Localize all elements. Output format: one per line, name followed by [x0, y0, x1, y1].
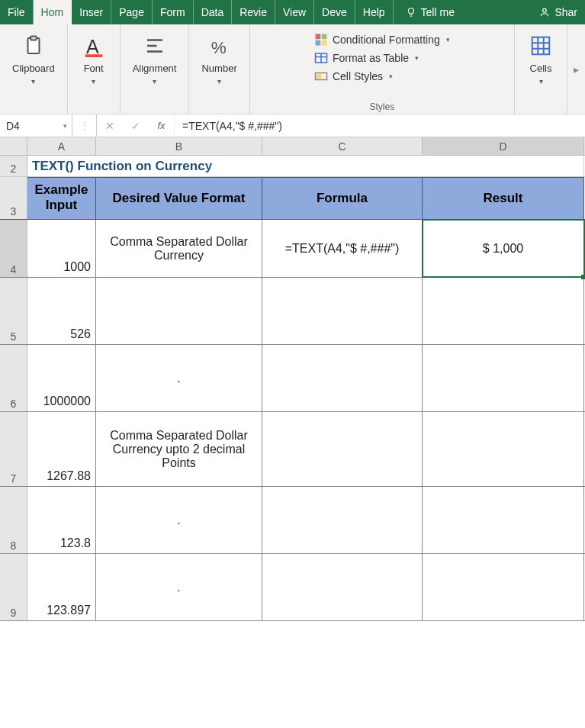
- cell-d8[interactable]: [423, 487, 584, 553]
- cell-c8[interactable]: [262, 487, 423, 553]
- cell-b9[interactable]: .: [96, 554, 262, 620]
- row-7: 7 1267.88 Comma Separated Dollar Currenc…: [0, 412, 585, 487]
- column-header-a[interactable]: A: [27, 137, 96, 155]
- tell-me-label: Tell me: [421, 6, 455, 18]
- tab-page-layout[interactable]: Page: [111, 0, 153, 24]
- tab-file[interactable]: File: [0, 0, 34, 24]
- group-alignment: Alignment ▾: [121, 24, 190, 114]
- tab-data[interactable]: Data: [194, 0, 233, 24]
- chevron-down-icon: ▾: [446, 36, 450, 43]
- row-header-8[interactable]: 8: [0, 487, 27, 553]
- column-header-c[interactable]: C: [262, 137, 423, 155]
- cell-a8[interactable]: 123.8: [27, 487, 96, 553]
- cell-a5[interactable]: 526: [27, 278, 96, 344]
- cell-d6[interactable]: [423, 345, 584, 411]
- cell-a9[interactable]: 123.897: [27, 554, 96, 620]
- row-header-9[interactable]: 9: [0, 554, 27, 620]
- svg-text:%: %: [211, 38, 226, 57]
- cell-styles-button[interactable]: Cell Styles ▾: [314, 67, 450, 85]
- tell-me-search[interactable]: Tell me: [394, 0, 462, 24]
- conditional-formatting-icon: [314, 33, 328, 47]
- tab-formulas[interactable]: Form: [153, 0, 194, 24]
- row-header-5[interactable]: 5: [0, 278, 27, 344]
- formula-bar: D4 ⋮ ✕ ✓ fx =TEXT(A4,"$ #,###"): [0, 114, 585, 137]
- row-6: 6 1000000 .: [0, 345, 585, 412]
- ribbon-scroll-right[interactable]: ▸: [567, 24, 585, 114]
- lightbulb-icon: [406, 7, 416, 18]
- cell-header-b[interactable]: Desired Value Format: [96, 177, 262, 219]
- row-4: 4 1000 Comma Separated Dollar Currency =…: [0, 220, 585, 278]
- cell-b8[interactable]: .: [96, 487, 262, 553]
- chevron-down-icon: ▾: [153, 77, 156, 85]
- row-header-6[interactable]: 6: [0, 345, 27, 411]
- cells-icon: [527, 32, 554, 60]
- group-clipboard: Clipboard ▾: [0, 24, 68, 114]
- cell-c4[interactable]: =TEXT(A4,"$ #,###"): [262, 220, 423, 277]
- alignment-button[interactable]: Alignment ▾: [128, 29, 182, 89]
- name-box[interactable]: D4: [0, 114, 72, 137]
- chevron-down-icon: ▾: [389, 72, 393, 80]
- cell-c6[interactable]: [262, 345, 423, 411]
- cell-d4[interactable]: $ 1,000: [423, 220, 584, 277]
- chevron-down-icon: ▾: [92, 77, 95, 85]
- group-styles: Conditional Formatting ▾ Format as Table…: [250, 24, 515, 114]
- row-8: 8 123.8 .: [0, 487, 585, 554]
- cell-a6[interactable]: 1000000: [27, 345, 96, 411]
- tab-developer[interactable]: Deve: [314, 0, 355, 24]
- cancel-formula-button[interactable]: ✕: [97, 114, 123, 137]
- cell-c5[interactable]: [262, 278, 423, 344]
- number-button[interactable]: % Number ▾: [197, 29, 241, 89]
- cell-title[interactable]: TEXT() Function on Currency: [27, 156, 584, 176]
- conditional-formatting-button[interactable]: Conditional Formatting ▾: [314, 31, 450, 49]
- cell-c9[interactable]: [262, 554, 423, 620]
- row-header-7[interactable]: 7: [0, 412, 27, 486]
- svg-rect-11: [322, 34, 327, 40]
- tab-help[interactable]: Help: [355, 0, 394, 24]
- cell-d5[interactable]: [423, 278, 584, 344]
- group-font: A Font ▾: [68, 24, 121, 114]
- group-cells: Cells ▾: [515, 24, 567, 114]
- font-button[interactable]: A Font ▾: [76, 29, 112, 89]
- cells-button[interactable]: Cells ▾: [522, 29, 559, 89]
- tab-view[interactable]: View: [275, 0, 314, 24]
- svg-rect-13: [322, 40, 327, 46]
- insert-function-button[interactable]: fx: [149, 114, 175, 137]
- cell-a4[interactable]: 1000: [27, 220, 96, 277]
- cell-b5[interactable]: [96, 278, 262, 344]
- svg-point-1: [543, 8, 547, 12]
- styles-group-label: Styles: [370, 101, 395, 112]
- select-all-corner[interactable]: [0, 137, 27, 155]
- cell-b7[interactable]: Comma Separated Dollar Currency upto 2 d…: [96, 412, 262, 486]
- column-header-b[interactable]: B: [96, 137, 262, 155]
- row-9: 9 123.897 .: [0, 554, 585, 621]
- row-header-2[interactable]: 2: [0, 156, 27, 176]
- cells-label: Cells: [530, 63, 552, 74]
- cell-a7[interactable]: 1267.88: [27, 412, 96, 486]
- cell-styles-icon: [314, 69, 328, 83]
- clipboard-button[interactable]: Clipboard ▾: [8, 29, 59, 89]
- cell-b6[interactable]: .: [96, 345, 262, 411]
- cell-header-d[interactable]: Result: [423, 177, 584, 219]
- formula-bar-separator: ⋮: [72, 114, 97, 137]
- alignment-label: Alignment: [133, 63, 177, 74]
- cell-header-a[interactable]: Example Input: [27, 177, 96, 219]
- chevron-down-icon: ▾: [31, 77, 35, 85]
- chevron-right-icon: ▸: [574, 63, 579, 76]
- cell-c7[interactable]: [262, 412, 423, 486]
- formula-input[interactable]: =TEXT(A4,"$ #,###"): [175, 114, 585, 137]
- svg-rect-12: [315, 40, 320, 46]
- row-header-3[interactable]: 3: [0, 177, 27, 219]
- tab-home[interactable]: Hom: [34, 0, 72, 24]
- format-as-table-button[interactable]: Format as Table ▾: [314, 49, 450, 67]
- tab-insert[interactable]: Inser: [72, 0, 111, 24]
- cell-header-c[interactable]: Formula: [262, 177, 423, 219]
- cell-d7[interactable]: [423, 412, 584, 486]
- column-header-d[interactable]: D: [423, 137, 584, 155]
- enter-formula-button[interactable]: ✓: [123, 114, 149, 137]
- share-button[interactable]: Shar: [532, 0, 585, 24]
- cell-d9[interactable]: [423, 554, 584, 620]
- format-as-table-label: Format as Table: [333, 52, 409, 64]
- row-header-4[interactable]: 4: [0, 220, 27, 277]
- tab-review[interactable]: Revie: [232, 0, 275, 24]
- cell-b4[interactable]: Comma Separated Dollar Currency: [96, 220, 262, 277]
